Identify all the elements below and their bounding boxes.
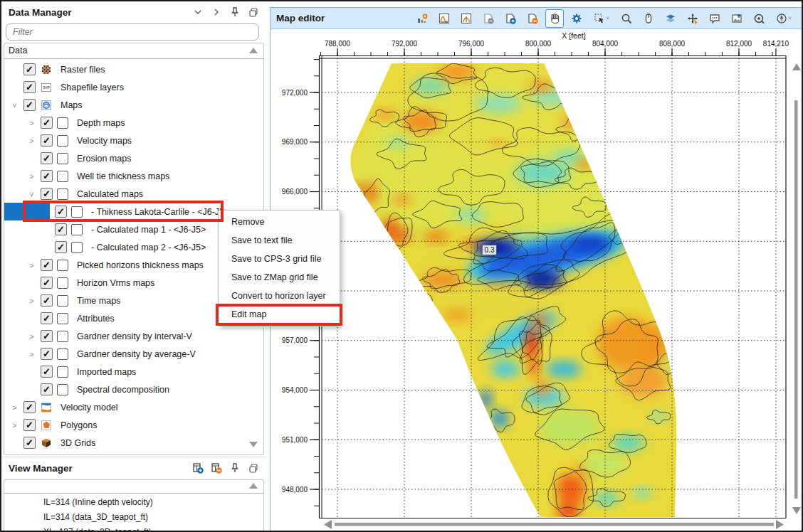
zoom-icon[interactable] — [617, 9, 636, 28]
map-display-checkbox[interactable] — [57, 331, 68, 342]
expand-chevron-icon[interactable]: ˃ — [27, 297, 36, 305]
menu-item-save-to-cps-3-grid-file[interactable]: Save to CPS-3 grid file — [219, 250, 340, 268]
comment-icon[interactable] — [705, 9, 724, 28]
chevron-down-icon[interactable] — [192, 6, 204, 18]
map-display-checkbox[interactable] — [57, 295, 68, 307]
menu-item-convert-to-horizon-layer[interactable]: Convert to horizon layer — [219, 287, 340, 305]
map-display-checkbox[interactable] — [57, 349, 68, 360]
map-display-checkbox[interactable] — [57, 313, 68, 324]
map-vscroll-thumb[interactable] — [794, 100, 798, 499]
map-display-checkbox[interactable] — [71, 242, 83, 253]
map-display-checkbox[interactable] — [57, 384, 68, 395]
map-display-checkbox[interactable] — [71, 206, 83, 218]
tree-item-maps[interactable]: ˅✓Maps — [4, 96, 263, 114]
visibility-checkbox[interactable]: ✓ — [41, 277, 53, 289]
map-display-checkbox[interactable] — [71, 224, 83, 235]
menu-item-edit-map[interactable]: Edit map — [219, 305, 340, 324]
collapse-chevron-icon[interactable]: ˅ — [10, 101, 19, 110]
histogram-icon[interactable] — [435, 9, 453, 28]
visibility-checkbox[interactable]: ✓ — [41, 117, 53, 129]
visibility-checkbox[interactable]: ✓ — [41, 348, 53, 360]
visibility-checkbox[interactable]: ✓ — [41, 170, 53, 182]
pan-hand-icon[interactable] — [545, 9, 564, 28]
layers-icon[interactable] — [661, 9, 680, 28]
expand-chevron-icon[interactable]: ˃ — [10, 421, 19, 430]
expand-chevron-icon[interactable]: ˃ — [10, 403, 19, 412]
map-scroll-right[interactable] — [776, 520, 784, 529]
visibility-checkbox[interactable]: ✓ — [23, 63, 36, 75]
visibility-checkbox[interactable]: ✓ — [55, 223, 67, 235]
map-scroll-up[interactable] — [792, 63, 801, 70]
tree-item-polygons[interactable]: ˃✓Polygons — [4, 416, 263, 434]
visibility-checkbox[interactable]: ✓ — [23, 419, 36, 431]
compass-icon[interactable]: ˅ — [772, 9, 796, 28]
mouse-icon[interactable] — [639, 9, 658, 28]
expand-chevron-icon[interactable]: ˃ — [27, 172, 36, 181]
expand-chevron-icon[interactable]: ˃ — [27, 261, 36, 270]
tree-item-imported-maps[interactable]: ✓Imported maps — [4, 363, 263, 381]
float-window-icon[interactable] — [248, 462, 259, 474]
remove-view-icon[interactable] — [211, 462, 222, 474]
tree-item-well-tie-thickness-maps[interactable]: ˃✓Well tie thickness maps — [4, 167, 263, 185]
chevron-down-icon[interactable]: ˅ — [606, 15, 609, 21]
collapse-chevron-icon[interactable]: ˅ — [27, 190, 36, 198]
select-region-icon[interactable]: ˅ — [589, 9, 614, 28]
tree-item-velocity-maps[interactable]: ˃✓Velocity maps — [4, 132, 263, 149]
map-display-checkbox[interactable] — [57, 188, 68, 200]
visibility-checkbox[interactable]: ✓ — [23, 437, 36, 449]
map-plot-area[interactable]: X [feet]788,000792,000796,000800,000804,… — [271, 29, 802, 531]
visibility-checkbox[interactable]: ✓ — [41, 383, 53, 395]
menu-item-save-to-text-file[interactable]: Save to text file — [219, 231, 340, 250]
map-display-checkbox[interactable] — [57, 260, 68, 271]
expand-chevron-icon[interactable]: ˃ — [27, 119, 36, 127]
tree-item-velocity-model[interactable]: ˃✓Velocity model — [4, 398, 263, 416]
filter-input[interactable] — [6, 23, 259, 41]
visibility-checkbox[interactable]: ✓ — [41, 259, 53, 271]
scroll-down-arrow[interactable] — [249, 442, 258, 447]
tree-item-raster-files[interactable]: ✓Raster files — [4, 60, 263, 78]
amplitude-icon[interactable] — [457, 9, 476, 28]
map-display-checkbox[interactable] — [57, 171, 68, 182]
chevron-down-icon[interactable]: ˅ — [788, 15, 792, 21]
map-display-checkbox[interactable] — [57, 277, 68, 289]
map-display-checkbox[interactable] — [57, 117, 68, 129]
visibility-checkbox[interactable]: ✓ — [41, 134, 53, 147]
map-style-icon[interactable] — [413, 9, 431, 28]
visibility-checkbox[interactable]: ✓ — [23, 81, 36, 93]
measure-icon[interactable] — [750, 9, 768, 28]
float-window-icon[interactable] — [248, 6, 259, 18]
menu-item-remove[interactable]: Remove — [219, 213, 340, 231]
add-view-icon[interactable] — [192, 462, 204, 474]
tree-item-depth-maps[interactable]: ˃✓Depth maps — [4, 114, 263, 132]
visibility-checkbox[interactable]: ✓ — [41, 188, 53, 200]
map-display-checkbox[interactable] — [57, 366, 68, 378]
visibility-checkbox[interactable]: ✓ — [23, 99, 36, 111]
view-item[interactable]: IL=314 (data_3D_teapot_ft) — [4, 510, 263, 525]
tree-item-3d-grids[interactable]: ✓3D Grids — [4, 434, 263, 452]
tree-item-gardner-density-by-interval-v[interactable]: ˃✓Gardner density by interval-V — [4, 327, 263, 345]
visibility-checkbox[interactable]: ✓ — [41, 152, 53, 164]
contour-map[interactable]: X [feet]788,000792,000796,000800,000804,… — [271, 29, 802, 531]
map-scroll-down[interactable] — [792, 507, 801, 514]
remove-points-icon[interactable] — [523, 9, 542, 28]
visibility-checkbox[interactable]: ✓ — [41, 366, 53, 378]
expand-chevron-icon[interactable]: ˃ — [27, 332, 36, 341]
visibility-checkbox[interactable]: ✓ — [23, 401, 36, 413]
scroll-up-arrow[interactable] — [249, 483, 258, 489]
move-crosshair-icon[interactable] — [683, 9, 702, 28]
expand-chevron-icon[interactable]: ˃ — [27, 350, 36, 358]
visibility-checkbox[interactable]: ✓ — [41, 330, 53, 342]
menu-item-save-to-zmap-grid-file[interactable]: Save to ZMap grid file — [219, 268, 340, 287]
tree-item-gardner-density-by-average-v[interactable]: ˃✓Gardner density by average-V — [4, 345, 263, 363]
view-item[interactable]: IL=314 (Inline depth velocity) — [4, 495, 263, 510]
visibility-checkbox[interactable]: ✓ — [55, 206, 67, 218]
tree-item-shapefile-layers[interactable]: ✓SHPShapefile layers — [4, 78, 263, 96]
tree-item-spectral-decomposition[interactable]: ✓Spectral decomposition — [4, 381, 263, 398]
pin-icon[interactable] — [229, 6, 241, 18]
view-item[interactable]: XL=137 (data_3D_teapot_ft) — [4, 525, 263, 532]
scroll-up-arrow[interactable] — [249, 48, 258, 53]
map-scroll-left[interactable] — [324, 520, 332, 529]
add-points-icon[interactable] — [501, 9, 520, 28]
chevron-right-icon[interactable] — [211, 6, 222, 18]
map-hscroll-thumb[interactable] — [335, 523, 774, 526]
